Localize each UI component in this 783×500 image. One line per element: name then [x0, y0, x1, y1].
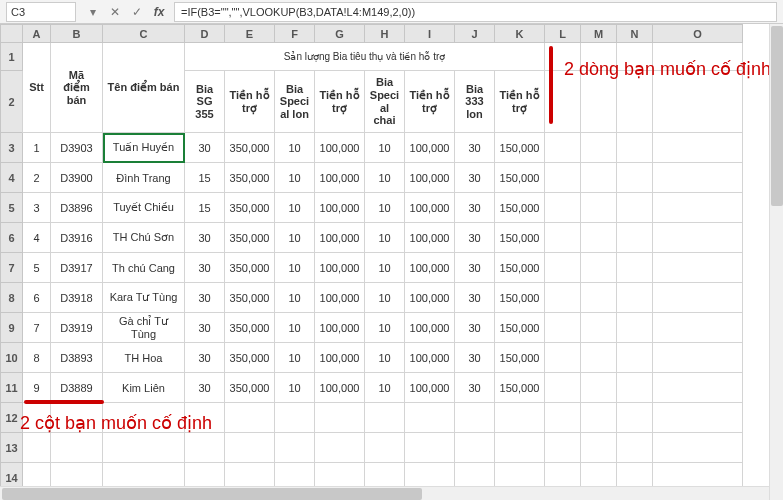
cell-F5[interactable]: 10: [275, 193, 315, 223]
cell-O13[interactable]: [653, 433, 743, 463]
col-header-L[interactable]: L: [545, 25, 581, 43]
cell-E6[interactable]: 350,000: [225, 223, 275, 253]
cell-B10[interactable]: D3893: [51, 343, 103, 373]
horizontal-scrollbar[interactable]: [0, 486, 769, 500]
cell-N11[interactable]: [617, 373, 653, 403]
cell-B11[interactable]: D3889: [51, 373, 103, 403]
cell-D10[interactable]: 30: [185, 343, 225, 373]
cell-H12[interactable]: [365, 403, 405, 433]
cell-F12[interactable]: [275, 403, 315, 433]
cell-M11[interactable]: [581, 373, 617, 403]
select-all-corner[interactable]: [1, 25, 23, 43]
cell-H8[interactable]: 10: [365, 283, 405, 313]
cell-C3[interactable]: Tuấn Huyền: [103, 133, 185, 163]
hdr-sub-1[interactable]: Tiền hỗ trợ: [225, 71, 275, 133]
cell-H9[interactable]: 10: [365, 313, 405, 343]
cell-M1[interactable]: [581, 43, 617, 71]
vertical-scroll-thumb[interactable]: [771, 26, 783, 206]
cell-D9[interactable]: 30: [185, 313, 225, 343]
cell-K12[interactable]: [495, 403, 545, 433]
cell-H11[interactable]: 10: [365, 373, 405, 403]
cell-A6[interactable]: 4: [23, 223, 51, 253]
cell-O12[interactable]: [653, 403, 743, 433]
vertical-scrollbar[interactable]: [769, 24, 783, 500]
col-header-H[interactable]: H: [365, 25, 405, 43]
cell-B12[interactable]: [51, 403, 103, 433]
cell-N4[interactable]: [617, 163, 653, 193]
cell-N6[interactable]: [617, 223, 653, 253]
cell-L3[interactable]: [545, 133, 581, 163]
cell-M10[interactable]: [581, 343, 617, 373]
cell-L6[interactable]: [545, 223, 581, 253]
cell-H13[interactable]: [365, 433, 405, 463]
cell-K4[interactable]: 150,000: [495, 163, 545, 193]
cell-N10[interactable]: [617, 343, 653, 373]
cell-A4[interactable]: 2: [23, 163, 51, 193]
cell-K5[interactable]: 150,000: [495, 193, 545, 223]
cell-K8[interactable]: 150,000: [495, 283, 545, 313]
cell-O5[interactable]: [653, 193, 743, 223]
hdr-sub-0[interactable]: Bia SG 355: [185, 71, 225, 133]
name-box[interactable]: C3: [6, 2, 76, 22]
cell-A10[interactable]: 8: [23, 343, 51, 373]
cell-G7[interactable]: 100,000: [315, 253, 365, 283]
cell-M5[interactable]: [581, 193, 617, 223]
row-header-12[interactable]: 12: [1, 403, 23, 433]
cell-E11[interactable]: 350,000: [225, 373, 275, 403]
cell-N7[interactable]: [617, 253, 653, 283]
cell-E10[interactable]: 350,000: [225, 343, 275, 373]
cell-E7[interactable]: 350,000: [225, 253, 275, 283]
cell-G6[interactable]: 100,000: [315, 223, 365, 253]
hdr-sub-4[interactable]: Bia Speci al chai: [365, 71, 405, 133]
cell-F9[interactable]: 10: [275, 313, 315, 343]
cell-E9[interactable]: 350,000: [225, 313, 275, 343]
horizontal-scroll-thumb[interactable]: [2, 488, 422, 500]
cell-J7[interactable]: 30: [455, 253, 495, 283]
cell-B8[interactable]: D3918: [51, 283, 103, 313]
fx-icon[interactable]: fx: [148, 1, 170, 23]
cell-N5[interactable]: [617, 193, 653, 223]
col-header-F[interactable]: F: [275, 25, 315, 43]
cell-K6[interactable]: 150,000: [495, 223, 545, 253]
cell-A8[interactable]: 6: [23, 283, 51, 313]
cell-A11[interactable]: 9: [23, 373, 51, 403]
cell-I7[interactable]: 100,000: [405, 253, 455, 283]
cell-I3[interactable]: 100,000: [405, 133, 455, 163]
cell-O3[interactable]: [653, 133, 743, 163]
cell-B4[interactable]: D3900: [51, 163, 103, 193]
cell-D11[interactable]: 30: [185, 373, 225, 403]
cell-G3[interactable]: 100,000: [315, 133, 365, 163]
cell-E12[interactable]: [225, 403, 275, 433]
cell-M6[interactable]: [581, 223, 617, 253]
row-header-4[interactable]: 4: [1, 163, 23, 193]
cell-G9[interactable]: 100,000: [315, 313, 365, 343]
cell-J11[interactable]: 30: [455, 373, 495, 403]
cell-H6[interactable]: 10: [365, 223, 405, 253]
cell-C5[interactable]: Tuyết Chiều: [103, 193, 185, 223]
cell-L12[interactable]: [545, 403, 581, 433]
hdr-sub-2[interactable]: Bia Speci al lon: [275, 71, 315, 133]
cell-O8[interactable]: [653, 283, 743, 313]
cell-N12[interactable]: [617, 403, 653, 433]
name-box-dropdown-icon[interactable]: ▾: [82, 1, 104, 23]
cell-O2[interactable]: [653, 71, 743, 133]
cell-D3[interactable]: 30: [185, 133, 225, 163]
cell-F10[interactable]: 10: [275, 343, 315, 373]
cell-H3[interactable]: 10: [365, 133, 405, 163]
cell-J5[interactable]: 30: [455, 193, 495, 223]
row-header-11[interactable]: 11: [1, 373, 23, 403]
cell-A7[interactable]: 5: [23, 253, 51, 283]
cell-L10[interactable]: [545, 343, 581, 373]
cell-O6[interactable]: [653, 223, 743, 253]
cell-K10[interactable]: 150,000: [495, 343, 545, 373]
cell-B3[interactable]: D3903: [51, 133, 103, 163]
cell-D13[interactable]: [185, 433, 225, 463]
cell-G12[interactable]: [315, 403, 365, 433]
col-header-N[interactable]: N: [617, 25, 653, 43]
cell-J13[interactable]: [455, 433, 495, 463]
cell-H5[interactable]: 10: [365, 193, 405, 223]
col-header-D[interactable]: D: [185, 25, 225, 43]
cell-L7[interactable]: [545, 253, 581, 283]
cell-K3[interactable]: 150,000: [495, 133, 545, 163]
cell-G4[interactable]: 100,000: [315, 163, 365, 193]
